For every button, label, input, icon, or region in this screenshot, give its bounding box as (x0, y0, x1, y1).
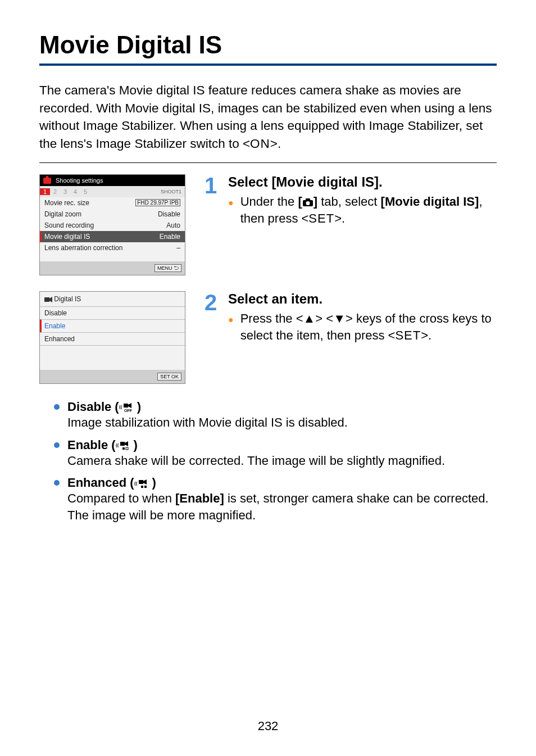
svg-rect-15 (139, 480, 143, 484)
option-bullet (54, 442, 60, 448)
opt1-close: ) (137, 400, 141, 414)
cs1-menu-button: MENU ⮌ (155, 264, 181, 272)
option-disable: Disable (((OFF) Image stabilization with… (54, 400, 497, 431)
svg-rect-17 (141, 486, 143, 488)
page-title: Movie Digital IS (39, 31, 497, 59)
bullet-dot: ● (228, 314, 234, 343)
cs1-item-4: Movie digital IS Enable (40, 231, 185, 242)
cs1-item-2: Digital zoom Disable (40, 209, 185, 220)
step-2-number: 2 (205, 291, 222, 343)
s2-text-b: > < (315, 311, 333, 325)
cs1-item-1-label: Movie rec. size (44, 199, 89, 207)
option-bullet (54, 480, 60, 486)
cs1-item-3: Sound recording Auto (40, 220, 185, 231)
down-arrow-icon: ▼ (333, 311, 346, 325)
cs1-tab-3: 3 (60, 188, 70, 195)
svg-marker-4 (49, 297, 52, 302)
s2-text-d: >. (421, 328, 431, 342)
camera-screen-2: Digital IS Disable Enable Enhanced SET O… (39, 291, 185, 384)
opt3-close: ) (152, 476, 156, 490)
opt2-head: Enable ( (67, 438, 116, 452)
svg-rect-3 (44, 297, 49, 302)
step-1-number: 1 (205, 174, 222, 227)
cs1-tabs: 1 2 3 4 5 SHOOT1 (40, 186, 185, 197)
cs2-title-text: Digital IS (54, 295, 81, 303)
option-enhanced: Enhanced ((() Compared to when [Enable] … (54, 476, 497, 523)
cs1-header-text: Shooting settings (56, 177, 103, 184)
opt1-head: Disable ( (67, 400, 119, 414)
opt1-desc: Image stabilization with Movie digital I… (67, 414, 497, 431)
opt2-desc: Camera shake will be corrected. The imag… (67, 452, 497, 469)
svg-text:OFF: OFF (124, 409, 133, 413)
s1-text-e: [Movie digital IS] (381, 194, 479, 209)
cs1-tab-4: 4 (70, 188, 80, 195)
opt3-head: Enhanced ( (67, 476, 134, 490)
opt2-close: ) (134, 438, 138, 452)
svg-text:((: (( (116, 442, 119, 447)
s1-text-h: >. (334, 211, 345, 225)
camera-screen-1: Shooting settings 1 2 3 4 5 SHOOT1 Movie… (39, 174, 185, 275)
svg-rect-10 (120, 442, 125, 446)
step-2-heading: Select an item. (228, 291, 497, 307)
separator (39, 162, 497, 163)
cs1-item-3-label: Sound recording (44, 221, 94, 229)
step-1-heading: Select [Movie digital IS]. (228, 174, 497, 190)
camera-tab-icon (302, 198, 314, 207)
cs2-set-button: SET OK (157, 373, 181, 381)
cs1-tab-1: 1 (40, 188, 50, 195)
page-number: 232 (0, 719, 536, 734)
svg-marker-16 (143, 479, 147, 485)
cs2-title: Digital IS (40, 292, 185, 306)
svg-point-2 (306, 201, 310, 205)
cs2-opt-2: Enable (40, 319, 185, 332)
svg-rect-6 (124, 404, 128, 408)
option-enable: Enable ((() Camera shake will be correct… (54, 438, 497, 469)
cs1-item-2-label: Digital zoom (44, 210, 81, 218)
cs1-item-5: Lens aberration correction – (40, 242, 185, 253)
on-glyph: ON (250, 137, 270, 151)
s1-text-d: tab, select (317, 194, 381, 209)
cs1-shoot-label: SHOOT1 (161, 189, 181, 194)
opt3-desc: Compared to when [Enable] is set, strong… (67, 490, 497, 523)
cs1-tab-2: 2 (50, 188, 60, 195)
svg-text:((: (( (119, 404, 122, 409)
svg-rect-13 (126, 447, 128, 450)
cs2-opt-1: Disable (40, 306, 185, 319)
cs1-tab-5: 5 (80, 188, 90, 195)
cs1-footer: MENU ⮌ (40, 261, 185, 275)
svg-rect-1 (306, 198, 310, 201)
step-1-row: Shooting settings 1 2 3 4 5 SHOOT1 Movie… (39, 174, 497, 275)
svg-rect-18 (144, 486, 147, 488)
cs2-opt-3: Enhanced (40, 332, 185, 345)
title-underline (39, 64, 497, 66)
cs1-header: Shooting settings (40, 175, 185, 186)
digital-is-off-icon: ((OFF (119, 402, 137, 413)
s1-text-c: ] (314, 194, 317, 209)
cs1-item-3-value: Auto (166, 221, 180, 229)
cs1-item-4-label: Movie digital IS (44, 233, 90, 241)
camera-icon (43, 178, 51, 184)
svg-marker-11 (125, 441, 128, 446)
bullet-dot: ● (228, 197, 234, 227)
digital-is-on-icon: (( (116, 441, 134, 451)
opt3-desc-a: Compared to when (67, 491, 175, 505)
cs1-item-5-value: – (176, 244, 180, 252)
up-arrow-icon: ▲ (303, 311, 316, 325)
svg-marker-7 (128, 403, 131, 408)
digital-is-enhanced-icon: (( (134, 479, 152, 489)
intro-text-2: >. (270, 137, 281, 151)
svg-text:((: (( (134, 481, 138, 486)
options-block: Disable (((OFF) Image stabilization with… (54, 400, 497, 524)
svg-rect-12 (122, 447, 125, 450)
s1-text-b: [ (298, 194, 302, 209)
cs1-item-1: Movie rec. size FHD 29.97P IPB (40, 197, 185, 209)
step-2-bullet: ● Press the <▲> <▼> keys of the cross ke… (228, 310, 497, 343)
cs1-item-5-label: Lens aberration correction (44, 244, 122, 252)
option-bullet (54, 404, 60, 410)
cs1-item-1-value: FHD 29.97P IPB (135, 199, 180, 206)
cs1-item-4-value: Enable (160, 233, 180, 241)
s2-text-a: Press the < (240, 311, 303, 325)
s1-text-a: Under the (240, 194, 298, 209)
step-2-row: Digital IS Disable Enable Enhanced SET O… (39, 291, 497, 384)
movie-icon (44, 297, 52, 302)
